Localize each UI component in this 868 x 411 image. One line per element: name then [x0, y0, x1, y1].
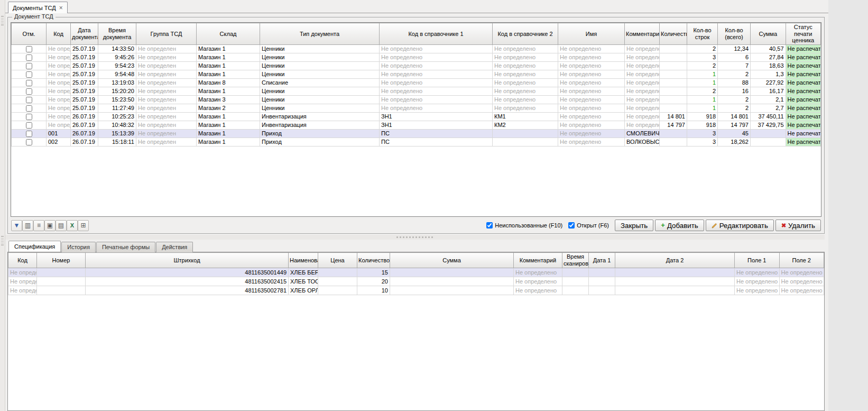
column-header[interactable]: Цена: [318, 253, 357, 268]
row-checkbox[interactable]: [26, 139, 32, 145]
row-checkbox[interactable]: [26, 46, 32, 52]
column-header[interactable]: Сумма: [390, 253, 514, 268]
document-row[interactable]: Не определен 25.07.19 11:27:49 Не опреде…: [12, 104, 821, 112]
document-row[interactable]: Не определен 25.07.19 9:54:48 Не определ…: [12, 70, 821, 78]
delete-button[interactable]: ✖ Удалить: [775, 220, 821, 231]
column-header[interactable]: Комментарий: [514, 253, 562, 268]
dock-grip-top[interactable]: [1, 16, 4, 25]
dock-grip-bottom[interactable]: [1, 236, 4, 245]
checkbox-unused-input[interactable]: [486, 222, 493, 229]
cell-code: Не определен: [47, 78, 71, 87]
cell-price: [318, 268, 357, 277]
column-header[interactable]: Код в справочнике 1: [380, 23, 493, 45]
document-row[interactable]: 001 26.07.19 15:13:39 Не определен Магаз…: [12, 129, 821, 138]
add-button[interactable]: + Добавить: [655, 220, 704, 231]
column-header[interactable]: Кол-во строк: [687, 23, 718, 45]
column-header[interactable]: Код: [47, 23, 71, 45]
column-header[interactable]: Поле 2: [779, 253, 824, 268]
tab-actions[interactable]: Действия: [156, 242, 193, 252]
grid-settings-icon[interactable]: ⊞: [78, 220, 89, 231]
cell-time: 15:13:39: [98, 129, 136, 138]
tab-history[interactable]: История: [61, 242, 96, 252]
cell-code: Не определен: [47, 121, 71, 129]
column-header[interactable]: Отм.: [12, 23, 47, 45]
row-checkbox[interactable]: [26, 63, 32, 69]
column-header[interactable]: Кол-во (всего): [718, 23, 751, 45]
column-header[interactable]: Штрихкод: [86, 253, 289, 268]
column-header[interactable]: Комментарий: [625, 23, 660, 45]
tab-print-forms[interactable]: Печатные формы: [96, 242, 155, 252]
column-header[interactable]: Тип документа: [260, 23, 380, 45]
cell-sum: [390, 268, 514, 277]
horizontal-splitter[interactable]: [5, 235, 825, 240]
document-tab-bar: Документы ТСД ×: [5, 0, 828, 13]
column-header[interactable]: Имя: [558, 23, 625, 45]
cell-comment: Не определено: [625, 53, 660, 61]
column-header[interactable]: Сумма: [751, 23, 786, 45]
cell-total-count: 14 801: [718, 112, 751, 121]
checkbox-unused[interactable]: Неиспользованные (F10): [486, 222, 562, 229]
row-checkbox[interactable]: [26, 105, 32, 112]
checkbox-open[interactable]: Открыт (F6): [568, 222, 609, 229]
print-icon[interactable]: ▤: [56, 220, 67, 231]
column-header[interactable]: Количество: [660, 23, 687, 45]
column-header[interactable]: Дата 1: [589, 253, 615, 268]
delete-button-label: Удалить: [788, 222, 815, 230]
cell-name: Не определено: [558, 112, 625, 121]
column-header[interactable]: Номер: [37, 253, 86, 268]
specification-row[interactable]: Не определен 4811635002781 ХЛЕБ ОРЛОВСКИ…: [8, 286, 824, 295]
excel-icon[interactable]: X: [67, 220, 78, 231]
document-row[interactable]: Не определен 25.07.19 9:45:26 Не определ…: [12, 53, 821, 61]
column-header[interactable]: Поле 1: [735, 253, 780, 268]
column-header[interactable]: Группа ТСД: [136, 23, 197, 45]
document-row[interactable]: 002 26.07.19 15:18:11 Не определен Магаз…: [12, 138, 821, 146]
column-header[interactable]: Код: [8, 253, 37, 268]
tab-specification[interactable]: Спецификация: [8, 241, 61, 252]
cell-code: Не определен: [8, 277, 37, 286]
cell-mark: [12, 61, 47, 70]
column-header[interactable]: Время сканирования: [562, 253, 589, 268]
document-row[interactable]: Не определен 26.07.19 10:25:23 Не опреде…: [12, 112, 821, 121]
document-row[interactable]: Не определен 25.07.19 13:19:03 Не опреде…: [12, 78, 821, 87]
cell-date: 25.07.19: [71, 44, 98, 53]
splitter-grip[interactable]: [396, 236, 433, 238]
filter-icon[interactable]: ▼: [11, 220, 22, 231]
row-checkbox[interactable]: [26, 71, 32, 78]
document-row[interactable]: Не определен 25.07.19 15:20:20 Не опреде…: [12, 87, 821, 95]
cell-barcode: 4811635002415: [86, 277, 289, 286]
copy-icon[interactable]: ▣: [44, 220, 56, 231]
column-header[interactable]: Дата 2: [615, 253, 735, 268]
row-checkbox[interactable]: [26, 114, 32, 120]
column-header[interactable]: Дата документа: [71, 23, 98, 45]
close-button[interactable]: Закрыть: [615, 220, 653, 231]
row-checkbox[interactable]: [26, 88, 32, 95]
column-header[interactable]: Статус печати ценника: [786, 23, 821, 45]
row-checkbox[interactable]: [26, 122, 32, 129]
checkbox-open-input[interactable]: [568, 222, 575, 229]
column-header[interactable]: Склад: [197, 23, 260, 45]
columns-icon[interactable]: ▥: [22, 220, 33, 231]
row-checkbox[interactable]: [26, 131, 32, 137]
row-checkbox[interactable]: [26, 54, 32, 61]
document-row[interactable]: Не определен 25.07.19 15:23:50 Не опреде…: [12, 95, 821, 104]
app-window: Документы ТСД × Документ ТСД Отм.КодДата…: [0, 0, 828, 411]
column-header[interactable]: Количество: [357, 253, 390, 268]
cell-tsd-group: Не определен: [136, 104, 197, 112]
column-header[interactable]: Время документа: [98, 23, 136, 45]
documents-table: Отм.КодДата документаВремя документаГруп…: [11, 23, 821, 147]
cell-time: 14:33:50: [98, 44, 136, 53]
edit-button[interactable]: Редактировать: [706, 220, 774, 231]
document-row[interactable]: Не определен 26.07.19 10:48:32 Не опреде…: [12, 121, 821, 129]
cell-number: [37, 286, 86, 295]
document-row[interactable]: Не определен 25.07.19 14:33:50 Не опреде…: [12, 44, 821, 53]
specification-row[interactable]: Не определен 4811635002415 ХЛЕБ ТОСТОВЫЙ…: [8, 277, 824, 286]
tab-documents-tsd[interactable]: Документы ТСД ×: [8, 2, 68, 13]
column-header[interactable]: Наименование: [289, 253, 318, 268]
column-header[interactable]: Код в справочнике 2: [493, 23, 558, 45]
tab-close-icon[interactable]: ×: [59, 5, 63, 11]
row-checkbox[interactable]: [26, 80, 32, 86]
specification-row[interactable]: Не определен 4811635001449 ХЛЕБ БЕРЕЗОВС…: [8, 268, 824, 277]
numbered-list-icon[interactable]: ≡: [33, 220, 44, 231]
row-checkbox[interactable]: [26, 97, 32, 103]
document-row[interactable]: Не определен 25.07.19 9:54:23 Не определ…: [12, 61, 821, 70]
